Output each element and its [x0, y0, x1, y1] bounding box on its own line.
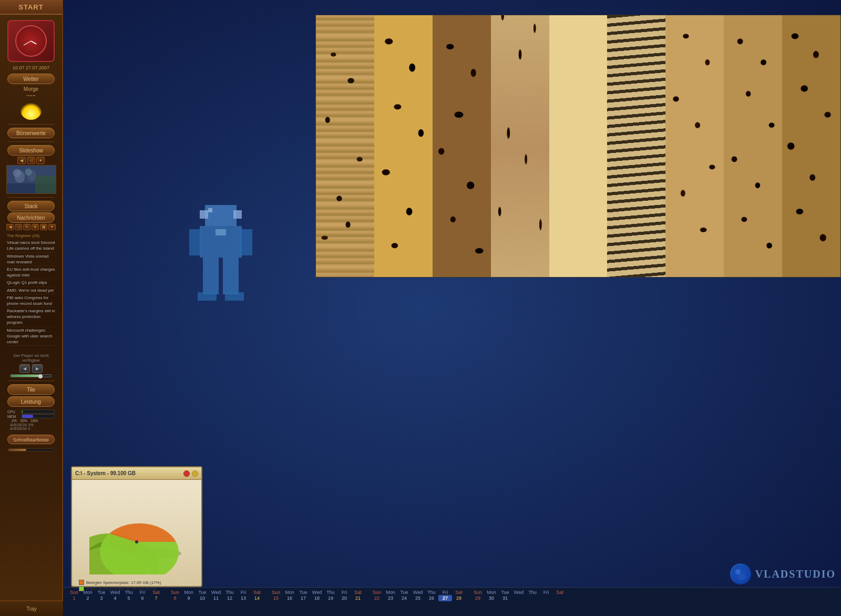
leistung-button[interactable]: Leistung — [7, 396, 55, 407]
volume-knob[interactable] — [38, 374, 43, 378]
slideshow-prev-button[interactable]: ◀ — [17, 157, 26, 164]
news-item-4[interactable]: QLogic Q1 profit slips — [7, 279, 55, 286]
cal-date-25[interactable]: 25 — [411, 595, 425, 601]
nachrichten-button[interactable]: Nachrichten — [7, 212, 55, 223]
wetter-button[interactable]: Wetter — [7, 74, 55, 84]
disk-close-button[interactable] — [183, 470, 190, 477]
cal-date-13[interactable]: 13 — [237, 595, 250, 601]
news-item-6[interactable]: FBI asks Congress for phone record slush… — [7, 294, 55, 307]
news-item-1[interactable]: Virtual narcs boot Second Life casinos o… — [7, 239, 55, 252]
weather-widget: Morge ~~~ — [5, 86, 57, 121]
performance-section: CPU MEM 2% 35% 18% AVEDESK 0% AVEDESK 0 — [5, 409, 57, 430]
stack-back-button[interactable]: ◁ — [15, 224, 22, 230]
disk-buttons — [183, 470, 198, 477]
svg-rect-10 — [208, 208, 212, 212]
disk-titlebar: C:\ - System - 99.100 GB — [72, 467, 201, 480]
svg-rect-2 — [233, 210, 242, 219]
cal-week-3: Sun Mon Tue Wed Thu Fri Sat 15 16 17 18 … — [269, 590, 365, 601]
stack-prev-button[interactable]: ◀ — [6, 224, 14, 230]
tile-button[interactable]: Tile — [7, 384, 55, 395]
cal-week-4: Sun Mon Tue Wed Thu Fri Sat 22 23 24 25 … — [370, 590, 466, 601]
disk-used-label: Belegter Speicherplatz: 17.95 GB (17%) — [86, 580, 161, 585]
cal-date-28[interactable]: 28 — [452, 595, 466, 601]
news-item-2[interactable]: Windows Vista unread mail revealed — [7, 253, 55, 266]
cal-date-14[interactable]: 14 — [250, 595, 264, 601]
stack-icon1-button[interactable]: ⚙ — [32, 224, 39, 230]
mem-bar-background — [22, 414, 55, 418]
cal-date-11[interactable]: 11 — [209, 595, 223, 601]
player-play-button[interactable]: ▶ — [32, 364, 43, 373]
cal-date-17[interactable]: 17 — [296, 595, 310, 601]
news-item-8[interactable]: Microsoft challenges Google with uber se… — [7, 327, 55, 346]
cpu-bar-fill — [22, 410, 23, 413]
cal-date-21[interactable]: 21 — [351, 595, 365, 601]
divider-3 — [7, 197, 55, 198]
cal-date-20[interactable]: 20 — [337, 595, 351, 601]
minute-hand — [24, 41, 31, 46]
svg-rect-6 — [203, 258, 219, 294]
disk-used-row: Belegter Speicherplatz: 17.95 GB (17%) — [79, 580, 194, 585]
vladstudio-logo — [730, 563, 751, 584]
cal-date-24[interactable]: 24 — [397, 595, 411, 601]
cal-dates-row-4: 22 23 24 25 26 27 28 — [370, 595, 466, 601]
perf-pct-row: 2% 35% 18% — [7, 419, 55, 423]
stack-refresh-button[interactable]: ↻ — [23, 224, 30, 230]
volume-slider[interactable] — [10, 374, 52, 377]
boersen-button[interactable]: Börsenwerte — [7, 128, 55, 138]
slideshow-button[interactable]: Slideshow — [7, 145, 55, 156]
slideshow-section: Slideshow ◀ ◁ ✦ — [5, 145, 57, 194]
news-list: The Register (29) Virtual narcs boot Sec… — [5, 232, 57, 346]
stack-button[interactable]: Stack — [7, 201, 55, 211]
disk-minimize-button[interactable] — [192, 470, 198, 477]
animal-strip-8 — [724, 15, 782, 277]
tray-bar: Tray — [0, 600, 63, 616]
cal-date-15[interactable]: 15 — [269, 595, 283, 601]
cal-date-31[interactable]: 31 — [498, 595, 512, 601]
mem-label: MEM — [7, 415, 20, 418]
news-item-5[interactable]: AMD: We're not dead yet — [7, 287, 55, 294]
cal-date-27-today[interactable]: 27 — [438, 595, 452, 601]
news-item-3[interactable]: EU files anti-trust charges against Inte… — [7, 266, 55, 279]
vladstudio-text: VLADSTUDIO — [755, 568, 836, 580]
clock-face — [15, 25, 47, 57]
schnell-button[interactable]: Schnellstartleiste — [7, 435, 55, 444]
tile-section: Tile Leistung — [5, 384, 57, 407]
cpu-pct-label: 2% — [7, 419, 17, 423]
slideshow-back-button[interactable]: ◁ — [27, 157, 35, 164]
stack-icon2-button[interactable]: ▦ — [40, 224, 47, 230]
cal-week-5: Sun Mon Tue Wed Thu Fri Sat 29 30 31 — [471, 590, 567, 601]
slideshow-controls: ◀ ◁ ✦ — [17, 157, 45, 164]
stack-icon3-button[interactable]: ✦ — [48, 224, 56, 230]
pixel-art-figure — [168, 200, 273, 331]
cal-date-22[interactable]: 22 — [370, 595, 384, 601]
svg-rect-5 — [240, 229, 252, 255]
cal-date-29[interactable]: 29 — [471, 595, 485, 601]
avedesk-1-label: AVEDESK 0 — [7, 427, 55, 430]
cal-date-12[interactable]: 12 — [223, 595, 237, 601]
cal-date-26[interactable]: 26 — [425, 595, 438, 601]
cal-date-23[interactable]: 23 — [384, 595, 397, 601]
player-section: Der Player ist nicht verfügbar ◀ ▶ — [5, 353, 57, 377]
player-prev-button[interactable]: ◀ — [19, 364, 30, 373]
svg-point-17 — [735, 569, 741, 574]
cal-date-16[interactable]: 16 — [283, 595, 296, 601]
svg-rect-25 — [35, 176, 55, 193]
stack-controls: ◀ ◁ ↻ ⚙ ▦ ✦ — [6, 224, 56, 230]
cal-date-18[interactable]: 18 — [310, 595, 324, 601]
cpu-label: CPU — [7, 410, 20, 414]
cal-date-19[interactable]: 19 — [324, 595, 337, 601]
divider-1 — [7, 124, 55, 125]
weather-label: Morge — [24, 86, 38, 92]
start-label: START — [18, 3, 43, 11]
cal-date-30[interactable]: 30 — [485, 595, 498, 601]
divider-2 — [7, 141, 55, 142]
animal-strip-6 — [607, 15, 665, 277]
avedesk-0-label: AVEDESK 0% — [7, 423, 55, 427]
svg-point-18 — [737, 574, 746, 580]
news-item-7[interactable]: Rackable's margins still in witness prot… — [7, 307, 55, 327]
slideshow-add-button[interactable]: ✦ — [36, 157, 45, 164]
disk-title: C:\ - System - 99.100 GB — [75, 470, 136, 476]
cal-days-row-5: Sun Mon Tue Wed Thu Fri Sat — [471, 590, 567, 595]
start-bar[interactable]: START — [0, 0, 63, 15]
animal-strip-7 — [665, 15, 724, 277]
